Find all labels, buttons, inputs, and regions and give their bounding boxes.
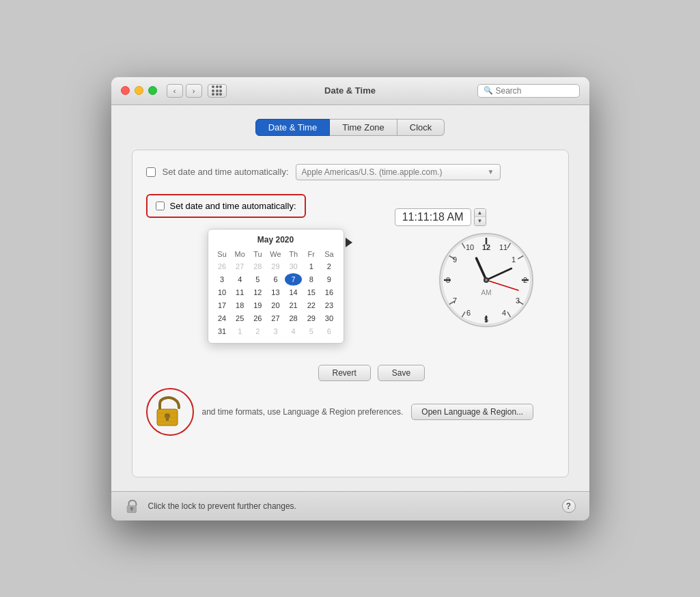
table-row[interactable]: 1	[303, 260, 320, 273]
cal-dow: Su	[214, 249, 231, 260]
lock-status-text: Click the lock to prevent further change…	[148, 501, 554, 511]
table-row[interactable]: 27	[232, 260, 249, 273]
arrow-right-icon	[346, 238, 352, 247]
svg-text:8: 8	[445, 276, 449, 284]
time-stepper[interactable]: ▲ ▼	[474, 208, 486, 226]
table-row[interactable]: 24	[214, 312, 231, 324]
table-row[interactable]: 17	[214, 299, 231, 311]
notice-row: and time formats, use Language & Region …	[146, 388, 555, 436]
table-row[interactable]: 9	[320, 273, 337, 286]
table-row[interactable]: 30	[285, 260, 302, 273]
table-row[interactable]: 26	[249, 312, 266, 324]
svg-point-31	[485, 279, 488, 281]
table-row[interactable]: 11	[232, 286, 249, 298]
analog-clock: 12 1 2 3 4 5 6 7 8 9 10 11 AM	[438, 232, 534, 328]
dropdown-chevron-icon: ▼	[488, 168, 494, 176]
svg-text:3: 3	[515, 296, 519, 305]
open-language-region-button[interactable]: Open Language & Region...	[411, 404, 533, 420]
bottom-bar: Click the lock to prevent further change…	[111, 491, 589, 520]
table-row[interactable]: 26	[214, 260, 231, 273]
table-row[interactable]: 2	[320, 260, 337, 273]
table-row[interactable]: 20	[267, 299, 284, 311]
table-row[interactable]: 29	[267, 260, 284, 273]
lock-small-icon[interactable]	[125, 499, 140, 514]
tab-clock[interactable]: Clock	[397, 119, 445, 136]
search-box[interactable]: 🔍	[477, 84, 580, 98]
time-increment-button[interactable]: ▲	[475, 209, 486, 217]
auto-time-label-top: Set date and time automatically:	[163, 167, 289, 177]
table-row[interactable]: 4	[232, 273, 249, 286]
cal-dow: Fr	[303, 249, 320, 260]
table-row[interactable]: 25	[232, 312, 249, 324]
back-button[interactable]: ‹	[167, 84, 183, 98]
titlebar: ‹ › Date & Time 🔍	[111, 77, 589, 105]
svg-rect-40	[131, 508, 132, 510]
time-display[interactable]: 11:11:18 AM	[395, 208, 471, 226]
svg-text:11: 11	[499, 243, 507, 251]
main-panel: Set date and time automatically: Apple A…	[132, 150, 569, 477]
cal-dow: Tu	[249, 249, 266, 260]
notice-text: and time formats, use Language & Region …	[202, 407, 404, 417]
tab-date-time[interactable]: Date & Time	[255, 119, 331, 136]
clock-container: 12 1 2 3 4 5 6 7 8 9 10 11 AM	[438, 232, 534, 330]
table-row[interactable]: 27	[267, 312, 284, 324]
lock-icon-large[interactable]	[146, 388, 194, 436]
help-button[interactable]: ?	[562, 499, 576, 513]
table-row[interactable]: 12	[249, 286, 266, 298]
auto-time-checkbox-top[interactable]	[146, 167, 156, 177]
maximize-button[interactable]	[148, 86, 157, 95]
calendar-month-year: May 2020	[214, 235, 338, 245]
table-row[interactable]: 10	[214, 286, 231, 298]
table-row[interactable]: 18	[232, 299, 249, 311]
search-input[interactable]	[496, 86, 574, 96]
search-icon: 🔍	[484, 86, 493, 95]
auto-time-row-top: Set date and time automatically: Apple A…	[146, 164, 555, 180]
time-server-dropdown[interactable]: Apple Americas/U.S. (time.apple.com.) ▼	[296, 164, 501, 180]
table-row[interactable]: 5	[249, 273, 266, 286]
table-row[interactable]: 19	[249, 299, 266, 311]
table-row[interactable]: 2	[249, 325, 266, 337]
table-row[interactable]: 4	[285, 325, 302, 337]
window: ‹ › Date & Time 🔍 Date & Time Time Zone …	[111, 77, 589, 520]
cal-dow: Th	[285, 249, 302, 260]
minimize-button[interactable]	[135, 86, 143, 95]
close-button[interactable]	[121, 86, 130, 95]
tab-time-zone[interactable]: Time Zone	[330, 119, 397, 136]
traffic-lights	[121, 86, 157, 95]
table-row[interactable]: 28	[285, 312, 302, 324]
table-row[interactable]: 15	[303, 286, 320, 298]
auto-time-checkbox-highlighted[interactable]	[156, 202, 165, 210]
calendar-today[interactable]: 7	[285, 273, 302, 286]
cal-dow: Sa	[320, 249, 337, 260]
table-row[interactable]: 3	[214, 273, 231, 286]
lock-open-icon	[154, 394, 185, 430]
table-row[interactable]: 1	[232, 325, 249, 337]
table-row[interactable]: 30	[320, 312, 337, 324]
table-row[interactable]: 29	[303, 312, 320, 324]
table-row[interactable]: 16	[320, 286, 337, 298]
table-row[interactable]: 6	[267, 273, 284, 286]
nav-buttons: ‹ ›	[167, 84, 227, 98]
window-title: Date & Time	[324, 85, 376, 96]
forward-button[interactable]: ›	[186, 84, 202, 98]
save-button[interactable]: Save	[378, 365, 425, 381]
cal-dow: Mo	[232, 249, 249, 260]
table-row[interactable]: 6	[320, 325, 337, 337]
table-row[interactable]: 14	[285, 286, 302, 298]
table-row[interactable]: 13	[267, 286, 284, 298]
table-row[interactable]: 5	[303, 325, 320, 337]
highlighted-auto-time-box: Set date and time automatically:	[146, 194, 306, 218]
table-row[interactable]: 28	[249, 260, 266, 273]
svg-text:5: 5	[484, 316, 488, 324]
revert-button[interactable]: Revert	[318, 365, 370, 381]
table-row[interactable]: 21	[285, 299, 302, 311]
table-row[interactable]: 8	[303, 273, 320, 286]
table-row[interactable]: 22	[303, 299, 320, 311]
table-row[interactable]: 31	[214, 325, 231, 337]
table-row[interactable]: 23	[320, 299, 337, 311]
svg-text:6: 6	[466, 309, 470, 317]
grid-view-button[interactable]	[208, 84, 227, 98]
time-decrement-button[interactable]: ▼	[475, 217, 486, 225]
table-row[interactable]: 3	[267, 325, 284, 337]
cal-dow: We	[267, 249, 284, 260]
